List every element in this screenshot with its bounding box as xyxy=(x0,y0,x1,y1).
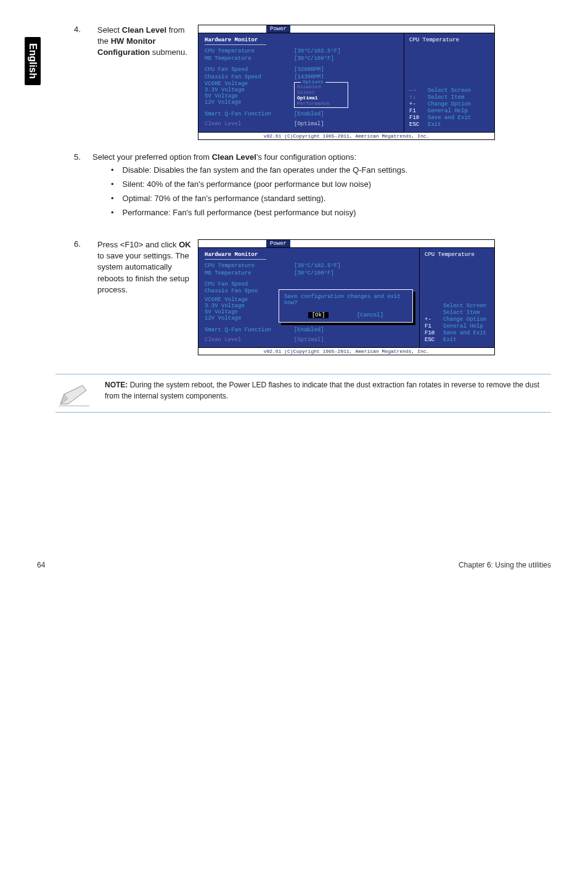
chapter-title: Chapter 6: Using the utilities xyxy=(459,561,551,569)
step5-text: Select your preferred option from Clean … xyxy=(92,152,551,228)
bios-menu-bar-2: Power xyxy=(198,240,494,248)
step5-number: 5. xyxy=(74,152,92,162)
option-silent[interactable]: Silent xyxy=(297,89,345,95)
bullet-performance: Performance: Fan's full performance (bes… xyxy=(111,208,551,217)
option-disabled[interactable]: Disabled xyxy=(297,84,345,89)
note-text: NOTE: During the system reboot, the Powe… xyxy=(105,379,551,402)
pencil-icon xyxy=(55,379,92,407)
cpu-temp-label-2: CPU Temperature xyxy=(205,262,294,270)
page-number: 64 xyxy=(37,561,45,569)
step6-number: 6. xyxy=(74,239,92,249)
cpu-temp-value-2: [39°C/102.5°F] xyxy=(294,262,341,270)
arrow-lr-icon-2 xyxy=(425,303,443,310)
cpu-fan-value: [3260RPM] xyxy=(294,66,324,73)
clean-level-label-2: Clean Level xyxy=(205,336,294,344)
mb-temp-label-2: MB Temperature xyxy=(205,270,294,277)
bios-screenshot-1: Power Hardware Monitor CPU Temperature[3… xyxy=(198,25,495,140)
hw-monitor-title-2: Hardware Monitor xyxy=(205,252,413,258)
chassis-fan-label: Chassis Fan Speed xyxy=(205,73,294,81)
bios-screenshot-2: Power Hardware Monitor CPU Temperature[3… xyxy=(198,239,495,355)
options-popup[interactable]: Options Disabled Silent Optimal Performa… xyxy=(294,82,348,108)
step4-text: Select Clean Level from the HW Monitor C… xyxy=(97,25,193,59)
v12-label: 12V Voltage xyxy=(205,99,294,105)
cpu-temp-value: [39°C/102.5°F] xyxy=(294,47,341,55)
help-title-2: CPU Temperature xyxy=(425,252,489,258)
step4-number: 4. xyxy=(74,25,92,34)
v5-label: 5V Voltage xyxy=(205,93,294,99)
save-confirm-dialog: Save configuration changes and exit now?… xyxy=(279,289,413,323)
v33-label: 3.3V Voltage xyxy=(205,87,294,93)
mb-temp-label: MB Temperature xyxy=(205,55,294,62)
clean-level-value[interactable]: [Optimal] xyxy=(294,120,324,128)
mb-temp-value-2: [38°C/100°F] xyxy=(294,270,334,277)
power-tab[interactable]: Power xyxy=(266,25,290,33)
vcore-label: VCORE Voltage xyxy=(205,81,294,87)
cpu-fan-label: CPU Fan Speed xyxy=(205,66,294,73)
help-title: CPU Temperature xyxy=(409,37,489,43)
bios-footer-2: v02.61 (C)Copyright 1985-2011, American … xyxy=(198,347,494,355)
bullet-optimal: Optimal: 70% of the fan's performance (s… xyxy=(111,194,551,203)
clean-level-value-2[interactable]: [Optimal] xyxy=(294,336,324,344)
help-keys-2: Select Screen Select Item +-Change Optio… xyxy=(425,303,489,344)
power-tab-2[interactable]: Power xyxy=(266,240,290,247)
qfan-value-2[interactable]: [Enabled] xyxy=(294,326,324,334)
bios-footer-1: v02.61 (C)Copyright 1985-2011, American … xyxy=(198,132,494,139)
modal-message: Save configuration changes and exit now? xyxy=(284,294,407,306)
language-tab: English xyxy=(25,37,41,85)
cpu-temp-label: CPU Temperature xyxy=(205,47,294,55)
ok-button[interactable]: [Ok] xyxy=(308,312,329,318)
arrow-ud-icon: ↑↓ xyxy=(409,94,428,101)
hw-monitor-title: Hardware Monitor xyxy=(205,37,398,43)
arrow-lr-icon: ←→ xyxy=(409,88,428,94)
step6-text: Press <F10> and click OK to save your se… xyxy=(97,239,193,295)
cancel-button[interactable]: [Cancel] xyxy=(357,312,383,318)
clean-level-label: Clean Level xyxy=(205,120,294,128)
bullet-disable: Disable: Disables the fan system and the… xyxy=(111,165,551,175)
mb-temp-value: [38°C/100°F] xyxy=(294,55,334,62)
cpu-fan-label-2: CPU Fan Speed xyxy=(205,281,294,288)
bullet-silent: Silent: 40% of the fan's performance (po… xyxy=(111,179,551,189)
help-keys: ←→Select Screen ↑↓Select Item +-Change O… xyxy=(409,88,489,128)
qfan-label-2: Smart Q-Fan Function xyxy=(205,326,294,334)
qfan-value[interactable]: [Enabled] xyxy=(294,110,324,118)
arrow-ud-icon-2 xyxy=(425,310,443,316)
option-optimal[interactable]: Optimal xyxy=(297,95,345,101)
options-title: Options xyxy=(301,79,325,85)
option-performance[interactable]: Performance xyxy=(297,101,345,106)
bios-menu-bar: Power xyxy=(198,25,494,33)
qfan-label: Smart Q-Fan Function xyxy=(205,110,294,118)
